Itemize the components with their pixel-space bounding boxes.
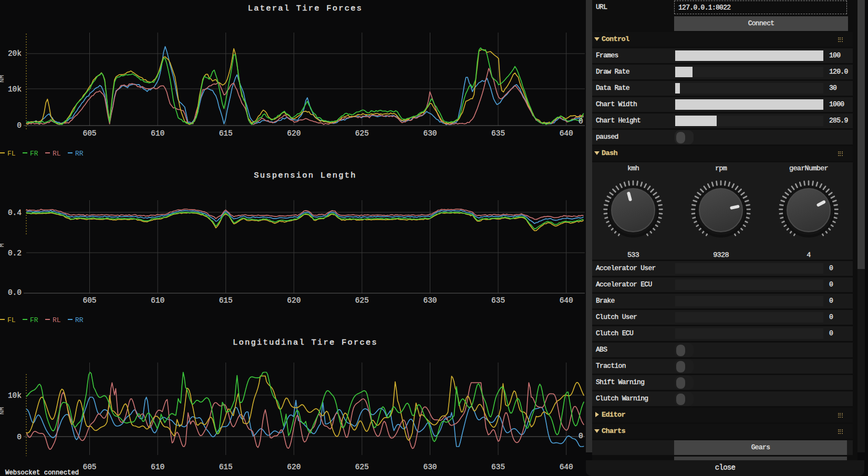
svg-text:620: 620 — [287, 463, 301, 471]
svg-text:605: 605 — [82, 463, 96, 471]
svg-text:NM: NM — [0, 75, 6, 82]
svg-text:605: 605 — [82, 296, 96, 305]
svg-text:10k: 10k — [8, 391, 22, 400]
svg-text:625: 625 — [355, 129, 369, 138]
svg-text:610: 610 — [151, 296, 164, 305]
svg-text:RL: RL — [53, 316, 61, 324]
svg-text:FL: FL — [7, 150, 16, 158]
svg-text:0.4: 0.4 — [8, 209, 22, 217]
svg-text:605: 605 — [82, 129, 96, 138]
svg-text:610: 610 — [151, 463, 164, 471]
svg-text:640: 640 — [560, 296, 573, 305]
svg-text:640: 640 — [560, 463, 573, 471]
svg-text:635: 635 — [491, 463, 505, 471]
svg-text:FR: FR — [30, 316, 38, 324]
svg-text:625: 625 — [355, 296, 369, 305]
svg-text:630: 630 — [423, 129, 437, 138]
svg-text:0: 0 — [578, 117, 583, 126]
svg-text:FL: FL — [7, 316, 16, 324]
svg-text:0: 0 — [17, 433, 22, 441]
svg-text:RR: RR — [75, 316, 84, 324]
svg-text:630: 630 — [423, 463, 437, 471]
svg-text:NM: NM — [0, 407, 6, 415]
svg-text:Longitudinal Tire Forces: Longitudinal Tire Forces — [233, 338, 378, 347]
svg-text:0: 0 — [578, 432, 583, 440]
svg-text:M: M — [0, 243, 6, 247]
svg-text:Suspension Length: Suspension Length — [254, 171, 357, 180]
svg-text:630: 630 — [423, 296, 437, 305]
svg-text:RL: RL — [53, 150, 61, 158]
svg-text:615: 615 — [219, 463, 233, 471]
svg-text:620: 620 — [287, 296, 301, 305]
svg-text:635: 635 — [491, 296, 505, 305]
svg-text:20k: 20k — [8, 49, 22, 58]
svg-text:615: 615 — [219, 129, 233, 138]
svg-text:FR: FR — [30, 150, 38, 158]
svg-text:Lateral Tire Forces: Lateral Tire Forces — [248, 4, 363, 13]
svg-text:0.0: 0.0 — [8, 288, 22, 297]
svg-text:0.2: 0.2 — [8, 249, 22, 257]
svg-text:610: 610 — [151, 129, 164, 138]
svg-text:625: 625 — [355, 463, 369, 471]
svg-text:620: 620 — [287, 129, 301, 138]
svg-text:640: 640 — [560, 129, 573, 138]
svg-text:0: 0 — [17, 121, 22, 130]
svg-text:635: 635 — [491, 129, 505, 138]
svg-text:RR: RR — [75, 150, 84, 158]
svg-text:Websocket connected: Websocket connected — [5, 469, 79, 476]
svg-text:615: 615 — [219, 296, 233, 305]
svg-text:10k: 10k — [8, 85, 22, 94]
